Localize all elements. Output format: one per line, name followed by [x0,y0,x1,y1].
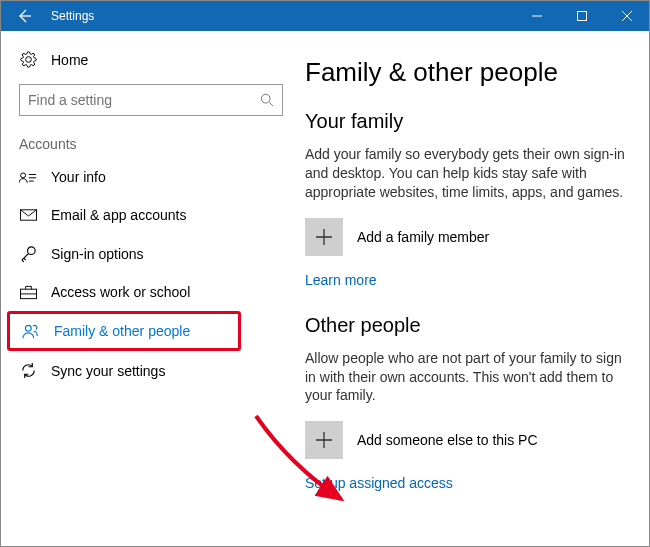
page-title: Family & other people [305,57,629,88]
assigned-access-link[interactable]: Set up assigned access [305,475,629,491]
family-section-desc: Add your family so everybody gets their … [305,145,629,202]
people-icon [22,323,40,339]
back-button[interactable] [1,1,47,31]
add-someone-else-button[interactable]: Add someone else to this PC [305,421,629,459]
home-label: Home [51,52,88,68]
svg-point-2 [21,173,26,178]
minimize-button[interactable] [514,1,559,31]
window-controls [514,1,649,31]
sidebar-item-label: Access work or school [51,284,190,300]
add-someone-label: Add someone else to this PC [357,432,538,448]
svg-point-4 [27,247,35,255]
minimize-icon [532,11,542,21]
gear-icon [19,51,37,68]
sidebar-item-your-info[interactable]: Your info [1,158,301,196]
maximize-icon [577,11,587,21]
sidebar-item-signin[interactable]: Sign-in options [1,234,301,273]
search-input[interactable] [28,92,260,108]
svg-rect-0 [577,12,586,21]
sidebar-item-work[interactable]: Access work or school [1,273,301,311]
search-container [1,76,301,128]
person-card-icon [19,170,37,184]
sidebar-item-label: Family & other people [54,323,190,339]
sidebar: Home Accounts Your info Email & app acco… [1,31,301,546]
other-section-title: Other people [305,314,629,337]
key-icon [19,245,37,262]
main-panel: Family & other people Your family Add yo… [301,31,649,546]
sync-icon [19,362,37,379]
other-section-desc: Allow people who are not part of your fa… [305,349,629,406]
search-box[interactable] [19,84,283,116]
search-icon [260,93,274,107]
svg-point-1 [261,94,270,103]
sidebar-item-family[interactable]: Family & other people [10,314,238,348]
add-family-member-button[interactable]: Add a family member [305,218,629,256]
sidebar-item-sync[interactable]: Sync your settings [1,351,301,390]
sidebar-item-label: Sync your settings [51,363,165,379]
window-title: Settings [51,9,514,23]
sidebar-item-email[interactable]: Email & app accounts [1,196,301,234]
category-label: Accounts [1,128,301,158]
family-section-title: Your family [305,110,629,133]
sidebar-item-label: Sign-in options [51,246,144,262]
maximize-button[interactable] [559,1,604,31]
titlebar: Settings [1,1,649,31]
add-family-label: Add a family member [357,229,489,245]
mail-icon [19,209,37,221]
svg-point-6 [25,325,31,331]
plus-icon [305,421,343,459]
briefcase-icon [19,285,37,300]
sidebar-item-label: Your info [51,169,106,185]
close-icon [622,11,632,21]
arrow-left-icon [16,8,32,24]
home-link[interactable]: Home [1,43,301,76]
sidebar-item-label: Email & app accounts [51,207,186,223]
plus-icon [305,218,343,256]
learn-more-link[interactable]: Learn more [305,272,629,288]
close-button[interactable] [604,1,649,31]
annotation-highlight: Family & other people [7,311,241,351]
